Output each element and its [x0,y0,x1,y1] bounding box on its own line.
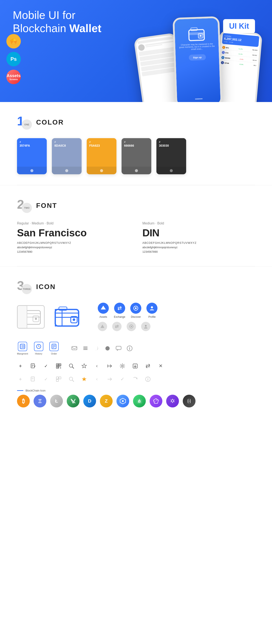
wallet-blue-icon [53,305,81,328]
svg-point-39 [38,346,39,347]
steem-logo [133,395,146,408]
info-icon-gray [144,376,151,382]
svg-point-29 [131,326,132,327]
svg-marker-83 [82,377,86,381]
eth-logo: Ξ [34,395,46,408]
history-label: History [35,352,42,355]
layers-icon [82,345,89,352]
assets-label: Assets [100,316,107,318]
svg-rect-11 [195,98,202,100]
nav-profile-gray [141,322,150,331]
hero-title-regular: Mobile UI for Blockchain [13,9,76,34]
svg-marker-27 [100,324,104,328]
svg-rect-64 [57,367,58,368]
swatch-yellow-hash: # [89,141,91,144]
nav-exchange: Exchange [114,303,125,318]
wallet-blue-svg [54,306,80,328]
font-section-header: 2 TWO FONT [17,198,255,213]
svg-rect-80 [56,380,58,382]
phone-mockup-wallet: Character may be mastered in the great m… [172,16,222,102]
nav-discover: Discover [130,303,141,318]
icon-section-number: 3 THREE [17,279,32,294]
svg-rect-51 [116,346,121,350]
icon-order: Order [49,342,59,355]
grid-logo [116,395,129,408]
svg-line-69 [72,367,74,368]
svg-line-98 [174,402,174,402]
svg-rect-12 [21,310,40,324]
font-din-label: Medium · Bold [142,222,255,225]
crypto-logos-row: ₿ Ξ Ł D Z [17,395,255,408]
swatch-grayblue-code: 8DA0C8 [54,144,66,147]
svg-point-16 [35,318,37,320]
svg-point-102 [189,401,190,402]
doc-icon-gray [30,376,36,382]
swatch-gray-blue: # 8DA0C8 [52,138,82,174]
qr-icon-gray [55,376,62,382]
assets-icon-gray [98,322,107,331]
svg-rect-47 [83,347,88,347]
font-sf-numbers: 1234567890 [17,250,130,253]
plus-icon: + [17,362,24,370]
svg-point-54 [129,347,130,348]
svg-point-50 [106,346,110,350]
nav-assets-gray [98,322,107,331]
svg-marker-70 [82,364,86,368]
bottom-nav-row: Mangment History [17,342,255,355]
misc-icons-row [71,345,133,352]
order-icon-box [49,342,59,351]
ui-kit-badge: UI Kit [223,19,255,33]
moon-icon [93,345,100,352]
swatch-dark-hash: # [159,141,160,144]
font-din-upper: ABCDEFGHIJKLMNOPQRSTUVWXYZ [142,241,255,244]
blockchain-divider: BlockChain Icon [17,389,255,392]
iota-logo [183,395,196,408]
swatch-grayblue-hash: # [54,141,56,144]
color-section-header: 1 ONE COLOR [17,115,255,130]
svg-point-30 [145,325,146,327]
svg-rect-62 [57,364,58,365]
icon-num-circle: THREE [22,284,32,294]
icon-nav-group: Assets Exchange [98,303,158,331]
icon-history: History [34,342,43,355]
swatch-blue-code: 3574FA [20,144,30,147]
font-din-numbers: 1234567890 [142,250,255,253]
swatch-dark: # 303030 [156,138,186,174]
svg-rect-63 [60,364,60,365]
svg-point-89 [122,400,124,402]
font-num-label: TWO [24,206,30,209]
exchange-icon-blue [114,303,125,314]
nav-discover-gray [127,322,136,331]
color-title: COLOR [36,118,64,126]
nav-exchange-gray [112,322,122,331]
svg-rect-44 [72,346,77,350]
svg-point-86 [148,378,148,378]
svg-rect-79 [59,377,61,379]
font-num-circle: TWO [22,203,32,213]
font-sf-upper: ABCDEFGHIJKLMNOPQRSTUVWXYZ [17,241,130,244]
swatch-gray-hash: # [124,141,126,144]
wallet-wireframe-svg [20,308,42,326]
svg-point-21 [73,318,75,321]
icon-num-label: THREE [23,288,30,290]
svg-point-25 [135,307,137,309]
color-num-label: ONE [24,123,29,126]
redo-icon-gray [132,376,138,382]
font-sf-name: San Francisco [17,227,130,239]
discover-icon-blue [130,303,141,314]
chevron-left-icon: ‹ [94,362,100,370]
color-swatches: # 3574FA # 8DA0C8 # F5A623 # 666666 [17,138,255,174]
order-label: Order [51,352,57,355]
zec-logo: Z [100,395,112,408]
nav-profile: Profile [146,303,158,318]
font-title: FONT [36,202,57,210]
search-icon-gray [68,376,75,382]
blockchain-label: BlockChain Icon [26,389,46,392]
svg-line-45 [72,347,74,349]
share-icon-gray [106,376,113,382]
svg-rect-48 [83,348,88,348]
assets-icon-blue [98,303,109,314]
font-grid: Regular · Medium · Bold San Francisco AB… [17,222,255,253]
svg-rect-78 [56,377,58,379]
settings-icon [119,362,126,370]
